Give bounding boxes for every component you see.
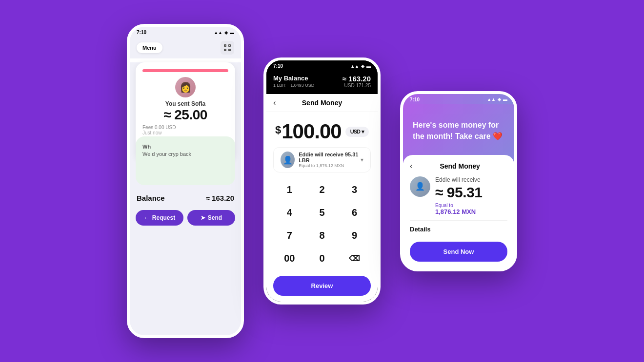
- phone2-content: $ 100.00 USD ▾ 👤 Eddie will receive 95.3…: [266, 112, 378, 302]
- numpad-3[interactable]: 3: [338, 178, 371, 201]
- amount-value: 100.00: [282, 120, 341, 143]
- signal-icon-2: ▲▲: [350, 64, 359, 69]
- phone-2: 7:10 ▲▲ ◈ ▬ My Balance 1 LBR = 1.0493 US…: [263, 57, 381, 305]
- request-icon: ←: [144, 214, 150, 221]
- wifi-icon-3: ◈: [498, 97, 501, 102]
- status-bar-2: 7:10 ▲▲ ◈ ▬: [266, 60, 378, 71]
- balance-header: My Balance 1 LBR = 1.0493 USD ≈ 163.20 U…: [266, 71, 378, 94]
- peek-text: Wh We d your cryp back: [142, 143, 228, 158]
- numpad: 1 2 3 4 5 6 7 8 9 00 0 ⌫: [266, 178, 378, 270]
- recipient-avatar-3: 👤: [410, 176, 430, 197]
- balance-bar: Balance ≈ 163.20: [130, 189, 241, 207]
- svg-rect-3: [225, 45, 225, 46]
- request-button[interactable]: ← Request: [136, 210, 183, 226]
- numpad-00[interactable]: 00: [273, 247, 306, 270]
- details-title: Details: [410, 226, 507, 233]
- receive-label: Eddie will receive: [435, 176, 482, 183]
- receive-section: 👤 Eddie will receive ≈ 95.31 Equal to 1,…: [410, 176, 507, 215]
- exchange-rate: 1 LBR = 1.0493 USD: [273, 83, 314, 88]
- back-button-3[interactable]: ‹: [410, 162, 412, 171]
- battery-icon-2: ▬: [366, 64, 371, 69]
- status-icons-1: ▲▲ ◈ ▬: [214, 30, 234, 35]
- expand-icon[interactable]: ▾: [361, 156, 363, 163]
- banner-text: Here's some money for the month! Take ca…: [413, 120, 504, 142]
- numpad-2[interactable]: 2: [306, 178, 339, 201]
- chevron-down-icon: ▾: [362, 129, 364, 135]
- status-icons-2: ▲▲ ◈ ▬: [350, 64, 371, 69]
- main-amount: ≈ 25.00: [142, 107, 228, 123]
- fees-text: Fees 0.00 USD: [142, 125, 228, 130]
- time-2: 7:10: [273, 63, 283, 69]
- request-label: Request: [152, 214, 175, 221]
- menu-button[interactable]: Menu: [137, 42, 162, 53]
- svg-rect-5: [225, 50, 225, 50]
- wifi-icon: ◈: [224, 30, 228, 35]
- send-icon: ➤: [201, 214, 205, 221]
- wifi-icon-2: ◈: [361, 64, 364, 69]
- action-buttons: ← Request ➤ Send: [130, 207, 241, 233]
- numpad-delete[interactable]: ⌫: [338, 247, 371, 270]
- review-button[interactable]: Review: [273, 276, 371, 296]
- currency-label: USD: [350, 129, 360, 134]
- numpad-9[interactable]: 9: [338, 224, 371, 247]
- send-money-title-3: Send Money: [412, 162, 507, 170]
- send-money-panel-header: ‹ Send Money: [410, 162, 507, 171]
- phone1-body: 👩 You sent Sofia ≈ 25.00 Fees 0.00 USD J…: [130, 62, 241, 335]
- equal-to-label: Equal to: [435, 203, 482, 208]
- recipient-sub: Equal to 1,876.12 MXN: [299, 163, 361, 168]
- header-balance-usd: USD 171.25: [342, 83, 371, 88]
- gradient-banner: Here's some money for the month! Take ca…: [403, 104, 514, 163]
- battery-icon: ▬: [230, 30, 234, 35]
- send-money-panel: ‹ Send Money 👤 Eddie will receive ≈ 95.3…: [403, 155, 514, 268]
- recipient-avatar-face: 👤: [281, 152, 295, 168]
- send-button[interactable]: ➤ Send: [187, 210, 235, 226]
- balance-label: Balance: [137, 194, 165, 202]
- numpad-6[interactable]: 6: [338, 201, 371, 224]
- recipient-text: Eddie will receive 95.31 LBR Equal to 1,…: [299, 152, 361, 168]
- signal-icon-3: ▲▲: [487, 97, 496, 102]
- phone-3: 7:10 ▲▲ ◈ ▬ Here's some money for the mo…: [400, 91, 517, 271]
- phone1-header: Menu: [130, 37, 241, 58]
- send-money-title-2: Send Money: [302, 99, 342, 107]
- signal-icon: ▲▲: [214, 30, 222, 35]
- balance-header-right: ≈ 163.20 USD 171.25: [342, 75, 371, 88]
- svg-rect-7: [229, 50, 230, 50]
- pink-bar: [142, 69, 228, 72]
- status-icons-3: ▲▲ ◈ ▬: [487, 97, 507, 102]
- just-now-text: Just now: [142, 130, 228, 135]
- status-bar-3: 7:10 ▲▲ ◈ ▬: [403, 94, 514, 104]
- time-1: 7:10: [137, 30, 146, 35]
- send-money-header: ‹ Send Money: [266, 94, 378, 112]
- currency-selector[interactable]: USD ▾: [345, 127, 369, 137]
- sent-label: You sent Sofia: [142, 100, 228, 107]
- numpad-0[interactable]: 0: [306, 247, 339, 270]
- dollar-amount: $ 100.00 USD ▾: [273, 120, 371, 143]
- amount-display: $ 100.00 USD ▾: [266, 112, 378, 147]
- header-balance-amount: ≈ 163.20: [342, 75, 371, 83]
- balance-amount: ≈ 163.20: [206, 194, 234, 202]
- phone-1: 7:10 ▲▲ ◈ ▬ Menu 👩: [127, 24, 244, 338]
- back-button-2[interactable]: ‹: [273, 98, 276, 107]
- numpad-5[interactable]: 5: [306, 201, 339, 224]
- balance-header-left: My Balance 1 LBR = 1.0493 USD: [273, 75, 314, 88]
- recipient-name: Eddie will receive 95.31 LBR: [299, 152, 361, 163]
- send-now-button[interactable]: Send Now: [410, 242, 507, 262]
- avatar: 👩: [175, 77, 196, 97]
- qr-icon[interactable]: [221, 41, 234, 55]
- send-label: Send: [208, 214, 222, 221]
- equal-amount: 1,876.12 MXN: [435, 208, 482, 215]
- time-3: 7:10: [410, 97, 420, 102]
- recipient-row: 👤 Eddie will receive 95.31 LBR Equal to …: [273, 147, 371, 172]
- numpad-7[interactable]: 7: [273, 224, 306, 247]
- numpad-1[interactable]: 1: [273, 178, 306, 201]
- peek-card: Wh We d your cryp back: [136, 136, 235, 185]
- receive-amount: ≈ 95.31: [435, 184, 482, 201]
- avatar-face: 👩: [175, 77, 196, 97]
- details-section: Details: [410, 220, 507, 233]
- battery-icon-3: ▬: [503, 97, 507, 102]
- recipient-info: 👤 Eddie will receive 95.31 LBR Equal to …: [281, 152, 361, 168]
- numpad-4[interactable]: 4: [273, 201, 306, 224]
- status-bar-1: 7:10 ▲▲ ◈ ▬: [130, 27, 241, 37]
- receive-details: Eddie will receive ≈ 95.31 Equal to 1,87…: [435, 176, 482, 215]
- numpad-8[interactable]: 8: [306, 224, 339, 247]
